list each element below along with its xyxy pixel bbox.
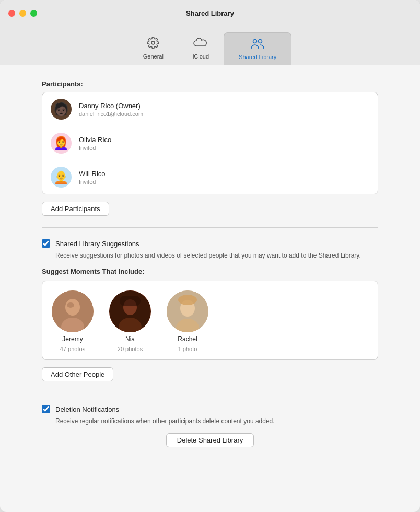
participant-name: Olivia Rico [79, 136, 111, 144]
tab-shared-library[interactable]: Shared Library [224, 32, 291, 65]
add-other-people-button[interactable]: Add Other People [42, 367, 113, 381]
avatar: 🧑🏿 [51, 99, 72, 120]
list-item[interactable]: Jeremy 47 photos [52, 290, 94, 352]
moment-name: Rachel [178, 335, 197, 343]
moment-name: Jeremy [62, 335, 83, 343]
moment-count: 47 photos [60, 346, 85, 352]
deletion-checkbox-row: Deletion Notifications [42, 405, 378, 413]
svg-point-1 [253, 40, 257, 43]
main-window: Shared Library General iCloud [0, 0, 420, 512]
avatar: 🧑‍🦲 [51, 167, 72, 188]
deletion-checkbox[interactable] [42, 405, 50, 413]
table-row: 🧑‍🦲 Will Rico Invited [42, 160, 378, 194]
moments-grid: Jeremy 47 photos Nia 20 photos [42, 281, 378, 360]
table-row: 🧑🏿 Danny Rico (Owner) daniel_rico1@iclou… [42, 92, 378, 126]
deletion-section: Deletion Notifications Receive regular n… [42, 405, 378, 426]
titlebar: Shared Library [0, 0, 420, 27]
list-item[interactable]: Rachel 1 photo [167, 290, 208, 352]
minimize-button[interactable] [19, 10, 26, 17]
table-row: 👩‍🦰 Olivia Rico Invited [42, 126, 378, 160]
cloud-icon [193, 37, 208, 51]
tab-general[interactable]: General [129, 32, 178, 65]
gear-icon [147, 37, 159, 51]
nia-photo [109, 290, 151, 332]
main-content: Participants: 🧑🏿 Danny Rico (Owner) dani… [0, 65, 420, 512]
svg-point-14 [178, 295, 197, 305]
svg-point-0 [151, 41, 155, 44]
suggestions-checkbox[interactable] [42, 239, 50, 248]
suggestions-checkbox-row: Shared Library Suggestions [42, 239, 378, 248]
svg-point-2 [259, 40, 262, 43]
window-title: Shared Library [186, 9, 234, 17]
tab-shared-library-label: Shared Library [239, 54, 276, 60]
participants-list: 🧑🏿 Danny Rico (Owner) daniel_rico1@iclou… [42, 92, 378, 194]
people-icon [250, 37, 265, 52]
svg-point-6 [67, 302, 74, 308]
suggestions-label: Shared Library Suggestions [55, 240, 139, 248]
tab-icloud-label: iCloud [193, 53, 209, 60]
participants-label: Participants: [42, 80, 378, 88]
add-participants-button[interactable]: Add Participants [42, 202, 109, 216]
close-button[interactable] [8, 10, 15, 17]
tab-general-label: General [143, 53, 164, 60]
participant-status: Invited [79, 145, 111, 151]
moment-name: Nia [125, 335, 135, 343]
delete-section: Delete Shared Library [42, 433, 378, 447]
delete-shared-library-button[interactable]: Delete Shared Library [166, 433, 254, 447]
deletion-description: Receive regular notifications when other… [55, 416, 378, 426]
moment-count: 1 photo [178, 346, 197, 352]
participant-email: daniel_rico1@icloud.com [79, 111, 143, 117]
participant-name: Danny Rico (Owner) [79, 102, 143, 110]
moments-label: Suggest Moments That Include: [42, 267, 378, 275]
suggestions-section: Shared Library Suggestions Receive sugge… [42, 239, 378, 381]
window-controls [8, 10, 37, 17]
deletion-label: Deletion Notifications [55, 405, 119, 413]
avatar: 👩‍🦰 [51, 133, 72, 154]
participant-status: Invited [79, 179, 106, 185]
divider-1 [42, 227, 378, 228]
divider-2 [42, 393, 378, 393]
participants-section: Participants: 🧑🏿 Danny Rico (Owner) dani… [42, 80, 378, 216]
tabs-bar: General iCloud Shared Library [0, 27, 420, 65]
moment-count: 20 photos [118, 346, 143, 352]
svg-rect-10 [120, 296, 141, 306]
jeremy-photo [52, 290, 94, 332]
participant-name: Will Rico [79, 170, 106, 178]
suggestions-description: Receive suggestions for photos and video… [55, 251, 378, 260]
tab-icloud[interactable]: iCloud [178, 32, 224, 65]
maximize-button[interactable] [30, 10, 37, 17]
list-item[interactable]: Nia 20 photos [109, 290, 151, 352]
rachel-photo [167, 290, 208, 332]
